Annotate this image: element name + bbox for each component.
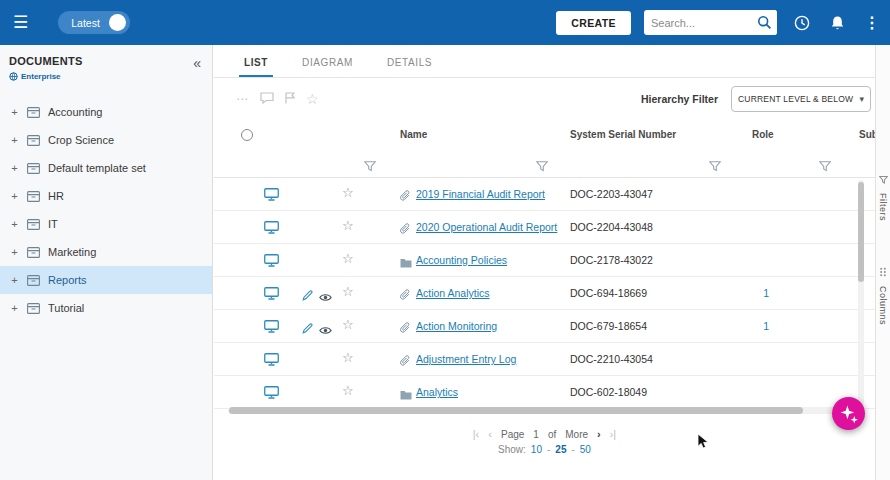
- document-link[interactable]: Analytics: [416, 386, 458, 398]
- vertical-scrollbar-thumb[interactable]: [858, 182, 864, 282]
- document-link[interactable]: Accounting Policies: [416, 254, 507, 266]
- view-eye-icon[interactable]: [319, 288, 332, 306]
- drawer-icon: [27, 275, 40, 286]
- enterprise-label: Enterprise: [21, 72, 61, 81]
- latest-toggle[interactable]: Latest: [58, 11, 130, 34]
- sidebar-item-it[interactable]: + IT: [0, 210, 212, 238]
- favorite-star-icon[interactable]: ☆: [342, 351, 354, 364]
- sidebar-item-tutorial[interactable]: + Tutorial: [0, 294, 212, 322]
- column-header-serial[interactable]: System Serial Number: [570, 129, 676, 140]
- notifications-bell-icon[interactable]: [827, 13, 847, 33]
- preview-monitor-icon[interactable]: [264, 220, 279, 238]
- page-size-25[interactable]: 25: [555, 444, 566, 455]
- favorite-star-icon[interactable]: ☆: [342, 186, 354, 199]
- expand-icon[interactable]: +: [10, 218, 19, 230]
- horizontal-scrollbar[interactable]: [228, 407, 859, 414]
- sidebar-item-crop-science[interactable]: + Crop Science: [0, 126, 212, 154]
- search-icon[interactable]: [752, 10, 777, 35]
- favorites-icon[interactable]: ☆: [306, 91, 319, 107]
- prev-page-icon[interactable]: ‹: [488, 429, 492, 440]
- history-icon[interactable]: [792, 13, 812, 33]
- preview-monitor-icon[interactable]: [264, 187, 279, 205]
- collapse-sidebar-icon[interactable]: «: [193, 56, 201, 70]
- comment-icon[interactable]: [260, 90, 274, 108]
- page-size-50[interactable]: 50: [580, 444, 591, 455]
- filter-funnel-icon[interactable]: [709, 158, 721, 176]
- hamburger-menu-icon[interactable]: ☰: [13, 14, 28, 31]
- document-link[interactable]: Adjustment Entry Log: [416, 353, 516, 365]
- sidebar-item-marketing[interactable]: + Marketing: [0, 238, 212, 266]
- view-eye-icon[interactable]: [319, 321, 332, 339]
- expand-icon[interactable]: +: [10, 162, 19, 174]
- filter-funnel-icon[interactable]: [364, 158, 376, 176]
- sidebar-item-label: Marketing: [48, 246, 96, 258]
- of-label: of: [548, 429, 556, 440]
- main-content: LIST DIAGRAM DETAILS ⋯ ☆ Hierarchy Filte…: [214, 45, 875, 480]
- table-row[interactable]: ☆ Adjustment Entry Log DOC-2210-43054: [214, 343, 875, 376]
- favorite-star-icon[interactable]: ☆: [342, 285, 354, 298]
- table-row[interactable]: ☆ Action Analytics DOC-694-18669 1: [214, 277, 875, 310]
- table-row[interactable]: ☆ Analytics DOC-602-18049: [214, 376, 875, 409]
- first-page-icon[interactable]: |‹: [473, 429, 480, 440]
- sidebar-item-hr[interactable]: + HR: [0, 182, 212, 210]
- preview-monitor-icon[interactable]: [264, 385, 279, 403]
- tab-details[interactable]: DETAILS: [387, 57, 432, 77]
- page-size-10[interactable]: 10: [531, 444, 542, 455]
- create-button[interactable]: CREATE: [556, 11, 631, 35]
- table-row[interactable]: ☆ 2019 Financial Audit Report DOC-2203-4…: [214, 178, 875, 211]
- document-link[interactable]: Action Analytics: [416, 287, 490, 299]
- sidebar-item-accounting[interactable]: + Accounting: [0, 98, 212, 126]
- preview-monitor-icon[interactable]: [264, 319, 279, 337]
- tab-list[interactable]: LIST: [244, 57, 268, 77]
- column-header-role[interactable]: Role: [752, 129, 774, 140]
- edit-pencil-icon[interactable]: [302, 320, 313, 338]
- tab-diagram[interactable]: DIAGRAM: [302, 57, 353, 77]
- filter-funnel-icon[interactable]: [536, 158, 548, 176]
- select-all-circle[interactable]: [241, 129, 253, 141]
- columns-panel-toggle[interactable]: Columns: [876, 263, 890, 325]
- table-row[interactable]: ☆ 2020 Operational Audit Report DOC-2204…: [214, 211, 875, 244]
- vertical-scrollbar[interactable]: [858, 180, 864, 410]
- document-link[interactable]: 2019 Financial Audit Report: [416, 188, 545, 200]
- favorite-star-icon[interactable]: ☆: [342, 318, 354, 331]
- last-page-icon[interactable]: ›|: [610, 429, 617, 440]
- table-body: ☆ 2019 Financial Audit Report DOC-2203-4…: [214, 178, 875, 409]
- more-actions-icon[interactable]: ⋯: [236, 92, 249, 106]
- next-page-icon[interactable]: ›: [597, 429, 601, 440]
- expand-icon[interactable]: +: [10, 274, 19, 286]
- favorite-star-icon[interactable]: ☆: [342, 384, 354, 397]
- preview-monitor-icon[interactable]: [264, 286, 279, 304]
- expand-icon[interactable]: +: [10, 302, 19, 314]
- serial-number: DOC-2178-43022: [570, 254, 653, 266]
- expand-icon[interactable]: +: [10, 134, 19, 146]
- flag-icon[interactable]: [285, 90, 295, 108]
- expand-icon[interactable]: +: [10, 190, 19, 202]
- filters-panel-toggle[interactable]: Filters: [876, 170, 890, 221]
- preview-monitor-icon[interactable]: [264, 352, 279, 370]
- expand-icon[interactable]: +: [10, 246, 19, 258]
- favorite-star-icon[interactable]: ☆: [342, 219, 354, 232]
- sidebar-item-reports[interactable]: + Reports: [0, 266, 212, 294]
- table-row[interactable]: ☆ Accounting Policies DOC-2178-43022: [214, 244, 875, 277]
- sidebar-item-default-template-set[interactable]: + Default template set: [0, 154, 212, 182]
- table-row[interactable]: ☆ Action Monitoring DOC-679-18654 1: [214, 310, 875, 343]
- favorite-star-icon[interactable]: ☆: [342, 252, 354, 265]
- role-count[interactable]: 1: [747, 287, 769, 299]
- document-link[interactable]: Action Monitoring: [416, 320, 497, 332]
- hierarchy-filter-select[interactable]: CURRENT LEVEL & BELOW ▾: [731, 86, 871, 112]
- expand-icon[interactable]: +: [10, 106, 19, 118]
- overflow-menu-icon[interactable]: ⋮: [862, 13, 882, 33]
- assistant-fab-button[interactable]: [832, 397, 865, 430]
- horizontal-scrollbar-thumb[interactable]: [229, 407, 803, 414]
- column-header-name[interactable]: Name: [400, 129, 427, 140]
- sidebar-item-label: Crop Science: [48, 134, 114, 146]
- search-input[interactable]: [644, 17, 752, 29]
- preview-monitor-icon[interactable]: [264, 253, 279, 271]
- role-count[interactable]: 1: [747, 320, 769, 332]
- toggle-knob[interactable]: [109, 14, 126, 31]
- edit-pencil-icon[interactable]: [302, 287, 313, 305]
- document-link[interactable]: 2020 Operational Audit Report: [416, 221, 557, 233]
- search-box[interactable]: [644, 10, 777, 35]
- filter-funnel-icon[interactable]: [819, 158, 831, 176]
- globe-icon: [9, 72, 18, 81]
